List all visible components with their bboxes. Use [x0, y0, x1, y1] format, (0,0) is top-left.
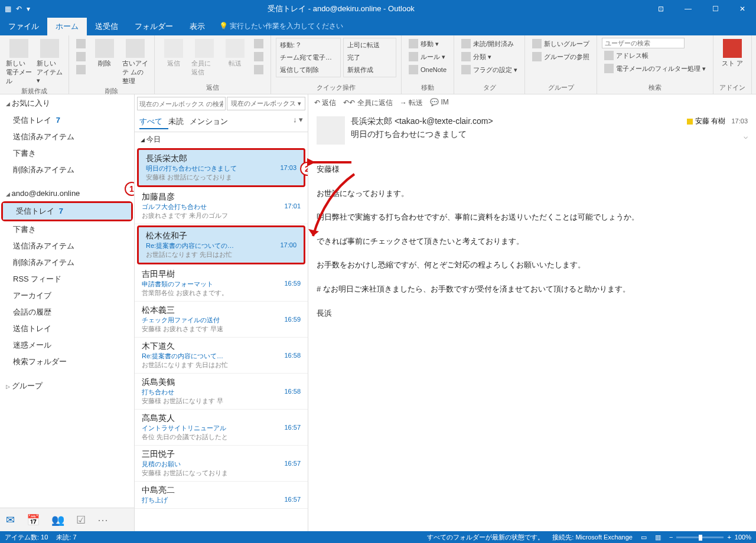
nav-item[interactable]: 下書き	[0, 221, 134, 238]
sender-avatar	[317, 116, 345, 145]
message-item[interactable]: 長浜栄太郎明日の打ち合わせにつきまして安藤様 お世話になっておりま17:032	[137, 148, 305, 187]
store-button[interactable]: スト ア	[718, 38, 747, 69]
reply-all-button[interactable]: 全員に 返信	[190, 38, 219, 78]
status-unread-count: 未読: 7	[56, 533, 76, 542]
view-reading-icon[interactable]: ▥	[655, 534, 661, 541]
annotation-badge-1: 1	[125, 182, 134, 196]
tab-folder[interactable]: フォルダー	[126, 18, 181, 35]
onenote-button[interactable]: OneNote	[406, 64, 449, 76]
nav-groups[interactable]: グループ	[0, 377, 134, 395]
message-item[interactable]: 松木佐和子Re:提案書の内容についての…お世話になります 先日はお忙17:00	[137, 225, 305, 264]
browse-groups-button[interactable]: グループの参照	[530, 51, 592, 63]
tab-file[interactable]: ファイル	[0, 18, 47, 35]
nav-item[interactable]: 送信済みアイテム	[0, 129, 134, 145]
quick-new[interactable]: 新規作成	[345, 64, 395, 76]
date-header[interactable]: 今日	[135, 132, 308, 147]
message-item[interactable]: 浜島美鶴打ち合わせ安藤様 お世話になります 早16:58	[135, 374, 308, 410]
close-icon[interactable]: ✕	[729, 0, 756, 18]
meeting-button[interactable]	[252, 38, 266, 50]
quick-boss[interactable]: 上司に転送	[345, 40, 395, 51]
reader-reply-all[interactable]: ↶↶ 全員に返信	[343, 98, 392, 108]
reader-forward[interactable]: → 転送	[400, 98, 423, 108]
message-item[interactable]: 松本義三チェック用ファイルの送付安藤様 お疲れさまです 早速16:59	[135, 302, 308, 338]
tasks-view-icon[interactable]: ☑	[76, 513, 86, 526]
nav-item[interactable]: 受信トレイ 7	[3, 203, 131, 220]
nav-item[interactable]: アーカイブ	[0, 287, 134, 304]
quick-replydel[interactable]: 返信して削除	[278, 64, 339, 76]
window-title: 受信トレイ - ando@dekiru.online - Outlook	[35, 4, 647, 14]
rules-button[interactable]: ルール ▾	[406, 51, 449, 63]
more-views-icon[interactable]: ⋯	[97, 513, 108, 526]
filter-all[interactable]: すべて	[139, 115, 168, 129]
cleanup-button[interactable]	[74, 51, 88, 63]
flag-button[interactable]: フラグの設定 ▾	[459, 64, 520, 76]
mail-search-input[interactable]	[137, 97, 226, 110]
forward-button[interactable]: 転送	[221, 38, 249, 69]
delete-button[interactable]: 削除	[90, 38, 119, 69]
filter-unread[interactable]: 未読	[168, 115, 190, 129]
sort-icon[interactable]: ↓ ▾	[293, 115, 303, 129]
reader-im[interactable]: 💬 IM	[430, 98, 449, 108]
qat-icon[interactable]: ▦	[5, 5, 11, 13]
ribbon-toggle-icon[interactable]: ⊡	[647, 0, 674, 18]
nav-item[interactable]: 送信済みアイテム	[0, 238, 134, 254]
new-items-button[interactable]: 新しい アイテム ▾	[35, 38, 64, 86]
new-mail-button[interactable]: 新しい 電子メール	[5, 38, 33, 87]
expand-icon[interactable]: ⌵	[687, 132, 748, 140]
tab-home[interactable]: ホーム	[47, 18, 87, 35]
quick-done[interactable]: 完了	[345, 52, 395, 63]
message-item[interactable]: 吉田早樹申請書類のフォーマット営業部各位 お疲れさまです。16:59	[135, 266, 308, 302]
filter-email-button[interactable]: 電子メールのフィルター処理 ▾	[602, 63, 708, 74]
nav-favorites[interactable]: お気に入り	[0, 94, 134, 112]
group-find-label: 検索	[602, 83, 708, 93]
qat-more[interactable]: ▾	[27, 5, 30, 13]
quick-move[interactable]: 移動: ?	[278, 40, 339, 51]
tab-sendreceive[interactable]: 送受信	[87, 18, 126, 35]
people-search-input[interactable]	[602, 38, 685, 48]
people-view-icon[interactable]: 👥	[51, 513, 64, 526]
reader-reply[interactable]: ↶ 返信	[314, 98, 336, 108]
ignore-button[interactable]	[74, 38, 88, 50]
nav-item[interactable]: 削除済みアイテム	[0, 162, 134, 178]
unread-button[interactable]: 未読/開封済み	[459, 38, 520, 50]
minimize-icon[interactable]: —	[674, 0, 702, 18]
nav-item[interactable]: 送信トレイ	[0, 320, 134, 337]
categorize-button[interactable]: 分類 ▾	[459, 51, 520, 63]
nav-item[interactable]: 会話の履歴	[0, 304, 134, 320]
tab-view[interactable]: 表示	[181, 18, 213, 35]
message-item[interactable]: 高島英人イントラサイトリニューアル各位 先日の会議でお話したと16:57	[135, 410, 308, 446]
nav-item[interactable]: 検索フォルダー	[0, 354, 134, 370]
undo-icon[interactable]: ↶	[16, 5, 22, 13]
mail-view-icon[interactable]: ✉	[6, 513, 15, 526]
tell-me[interactable]: 実行したい作業を入力してください	[213, 18, 349, 35]
archive-button[interactable]: 古いアイテ ムの整理	[121, 38, 149, 87]
zoom-slider[interactable]: −+ 100%	[669, 534, 751, 541]
move-button[interactable]: 移動 ▾	[406, 38, 449, 50]
view-normal-icon[interactable]: ▭	[641, 534, 647, 541]
quick-team[interactable]: チーム宛て電子…	[278, 52, 339, 63]
reader-time: 17:03	[731, 117, 748, 125]
message-item[interactable]: 加藤昌彦ゴルフ大会打ち合わせお疲れさまです 来月のゴルフ17:01	[135, 188, 308, 224]
nav-item[interactable]: 削除済みアイテム	[0, 254, 134, 271]
message-item[interactable]: 木下道久Re:提案書の内容について…お世話になります 先日はお忙16:58	[135, 338, 308, 374]
group-quick-label: クイック操作	[276, 83, 396, 93]
new-group-button[interactable]: 新しいグループ	[530, 38, 592, 50]
nav-account[interactable]: ando@dekiru.online 1	[0, 185, 134, 201]
im-button[interactable]	[252, 51, 266, 63]
reply-button[interactable]: 返信	[159, 38, 188, 69]
nav-item[interactable]: RSS フィード	[0, 271, 134, 287]
maximize-icon[interactable]: ☐	[702, 0, 729, 18]
message-item[interactable]: 中島亮二打ち上げ16:57	[135, 482, 308, 509]
message-item[interactable]: 三田悦子見積のお願い安藤様 お世話になっておりま16:57	[135, 446, 308, 482]
more-reply-button[interactable]	[252, 64, 266, 76]
nav-item[interactable]: 下書き	[0, 145, 134, 162]
address-book-button[interactable]: アドレス帳	[602, 50, 708, 61]
calendar-view-icon[interactable]: 📅	[27, 513, 40, 526]
search-scope[interactable]: 現在のメールボックス ▾	[227, 97, 305, 110]
status-item-count: アイテム数: 10	[5, 533, 48, 542]
filter-mention[interactable]: メンション	[190, 115, 234, 129]
junk-button[interactable]	[74, 64, 88, 76]
nav-item[interactable]: 迷惑メール	[0, 337, 134, 354]
nav-item[interactable]: 受信トレイ 7	[0, 112, 134, 129]
title-bar: ▦ ↶ ▾ 受信トレイ - ando@dekiru.online - Outlo…	[0, 0, 756, 18]
